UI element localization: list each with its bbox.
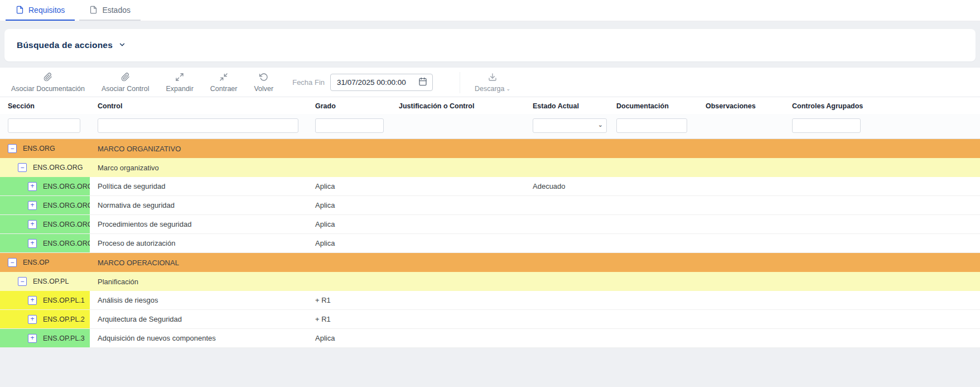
seccion-filter-input[interactable] xyxy=(8,118,80,133)
controles-agrupados-cell xyxy=(784,253,980,272)
table-row[interactable]: − ENS.OP MARCO OPERACIONAL xyxy=(0,253,980,272)
table-row[interactable]: + ENS.OP.PL.3 Adquisición de nuevos comp… xyxy=(0,329,980,348)
controles-agrupados-cell xyxy=(784,234,980,252)
table-row[interactable]: + ENS.ORG.ORG.3 Procedimientos de seguri… xyxy=(0,215,980,234)
seccion-cell: − ENS.ORG xyxy=(0,139,90,158)
controles-agrupados-cell xyxy=(784,272,980,291)
asociar-control-button[interactable]: Asociar Control xyxy=(100,73,150,93)
estado-actual-filter-select[interactable] xyxy=(533,118,607,133)
seccion-label: ENS.ORG xyxy=(23,145,55,152)
grado-filter-input[interactable] xyxy=(315,118,384,133)
file-icon xyxy=(16,6,24,14)
seccion-label: ENS.OP.PL.2 xyxy=(43,316,85,323)
table-row[interactable]: + ENS.ORG.ORG.1 Política de seguridad Ap… xyxy=(0,177,980,196)
table-row[interactable]: − ENS.OP.PL Planificación xyxy=(0,272,980,291)
column-header-documentacion[interactable]: Documentación xyxy=(609,102,698,110)
grado-cell xyxy=(307,139,391,158)
documentacion-cell xyxy=(609,139,698,158)
file-icon xyxy=(89,6,98,14)
justificacion-cell xyxy=(391,177,525,195)
table-row[interactable]: − ENS.ORG MARCO ORGANIZATIVO xyxy=(0,139,980,158)
estado-actual-cell xyxy=(525,139,609,158)
documentacion-cell xyxy=(609,234,698,252)
row-toggle-button[interactable]: − xyxy=(8,258,17,267)
column-header-justificacion[interactable]: Justificación o Control xyxy=(391,102,525,110)
observaciones-cell xyxy=(698,253,784,272)
seccion-label: ENS.OP xyxy=(23,259,49,266)
row-toggle-button[interactable]: + xyxy=(28,334,37,343)
control-cell: Arquitectura de Seguridad xyxy=(90,310,307,328)
table-row[interactable]: − ENS.ORG.ORG Marco organizativo xyxy=(0,158,980,177)
contraer-button[interactable]: Contraer xyxy=(209,73,239,93)
column-header-grado[interactable]: Grado xyxy=(307,102,391,110)
justificacion-cell xyxy=(391,139,525,158)
tool-label: Asociar Documentación xyxy=(11,85,85,93)
expandir-button[interactable]: Expandir xyxy=(165,73,194,93)
seccion-label: ENS.ORG.ORG.3 xyxy=(43,221,90,228)
row-toggle-button[interactable]: + xyxy=(28,220,37,229)
actions-toolbar: Asociar Documentación Asociar Control Ex… xyxy=(0,67,980,97)
asociar-documentacion-button[interactable]: Asociar Documentación xyxy=(10,73,86,93)
table-row[interactable]: + ENS.ORG.ORG.4 Proceso de autorización … xyxy=(0,234,980,253)
seccion-label: ENS.OP.PL xyxy=(33,278,69,285)
descarga-button[interactable]: Descarga ⌄ xyxy=(460,72,514,93)
tool-label: Contraer xyxy=(210,85,238,93)
fecha-fin-datebox xyxy=(330,74,433,91)
seccion-cell: + ENS.ORG.ORG.2 xyxy=(0,196,90,214)
tool-label: Volver xyxy=(254,85,273,93)
estado-actual-cell xyxy=(525,272,609,291)
justificacion-cell xyxy=(391,310,525,328)
tool-label: Asociar Control xyxy=(102,85,149,93)
controles-agrupados-cell xyxy=(784,291,980,309)
control-filter-input[interactable] xyxy=(98,118,298,133)
estado-actual-cell xyxy=(525,329,609,347)
table-row[interactable]: + ENS.OP.PL.2 Arquitectura de Seguridad … xyxy=(0,310,980,329)
table-row[interactable]: + ENS.OP.PL.1 Análisis de riesgos + R1 xyxy=(0,291,980,310)
controles-agrupados-cell xyxy=(784,177,980,195)
observaciones-cell xyxy=(698,310,784,328)
control-cell: Política de seguridad xyxy=(90,177,307,195)
control-cell: Adquisición de nuevos componentes xyxy=(90,329,307,347)
tab-estados[interactable]: Estados xyxy=(79,0,141,21)
row-toggle-button[interactable]: + xyxy=(28,201,37,210)
fecha-fin-input[interactable] xyxy=(336,78,414,87)
volver-button[interactable]: Volver xyxy=(253,73,274,93)
row-toggle-button[interactable]: + xyxy=(28,239,37,248)
row-toggle-button[interactable]: − xyxy=(18,163,27,172)
column-header-observaciones[interactable]: Observaciones xyxy=(698,102,784,110)
column-header-estado-actual[interactable]: Estado Actual xyxy=(525,102,609,110)
justificacion-cell xyxy=(391,329,525,347)
seccion-cell: + ENS.OP.PL.1 xyxy=(0,291,90,309)
control-cell: Procedimientos de seguridad xyxy=(90,215,307,233)
row-toggle-button[interactable]: + xyxy=(28,296,37,305)
grado-cell: Aplica xyxy=(307,329,391,347)
chevron-down-icon[interactable] xyxy=(118,41,126,50)
column-header-seccion[interactable]: Sección xyxy=(0,102,90,110)
justificacion-cell xyxy=(391,272,525,291)
expand-icon xyxy=(175,73,184,83)
tab-requisitos[interactable]: Requisitos xyxy=(6,0,75,21)
seccion-cell: + ENS.OP.PL.2 xyxy=(0,310,90,328)
observaciones-cell xyxy=(698,158,784,177)
row-toggle-button[interactable]: + xyxy=(28,182,37,191)
observaciones-cell xyxy=(698,291,784,309)
documentacion-cell xyxy=(609,310,698,328)
column-header-controles-agrupados[interactable]: Controles Agrupados xyxy=(784,102,980,110)
column-header-control[interactable]: Control xyxy=(90,102,307,110)
observaciones-cell xyxy=(698,215,784,233)
row-toggle-button[interactable]: − xyxy=(8,144,17,153)
paperclip-icon xyxy=(44,73,52,83)
undo-icon xyxy=(259,73,268,83)
seccion-label: ENS.ORG.ORG.4 xyxy=(43,240,90,247)
row-toggle-button[interactable]: − xyxy=(18,277,27,286)
documentacion-filter-input[interactable] xyxy=(616,118,687,133)
estado-actual-cell: Adecuado xyxy=(525,177,609,195)
seccion-cell: + ENS.OP.PL.3 xyxy=(0,329,90,347)
row-toggle-button[interactable]: + xyxy=(28,315,37,324)
table-row[interactable]: + ENS.ORG.ORG.2 Normativa de seguridad A… xyxy=(0,196,980,215)
calendar-icon[interactable] xyxy=(418,77,427,88)
documentacion-cell xyxy=(609,272,698,291)
controles-agrupados-filter-input[interactable] xyxy=(792,118,861,133)
observaciones-cell xyxy=(698,272,784,291)
search-actions-panel[interactable]: Búsqueda de acciones xyxy=(4,29,976,61)
